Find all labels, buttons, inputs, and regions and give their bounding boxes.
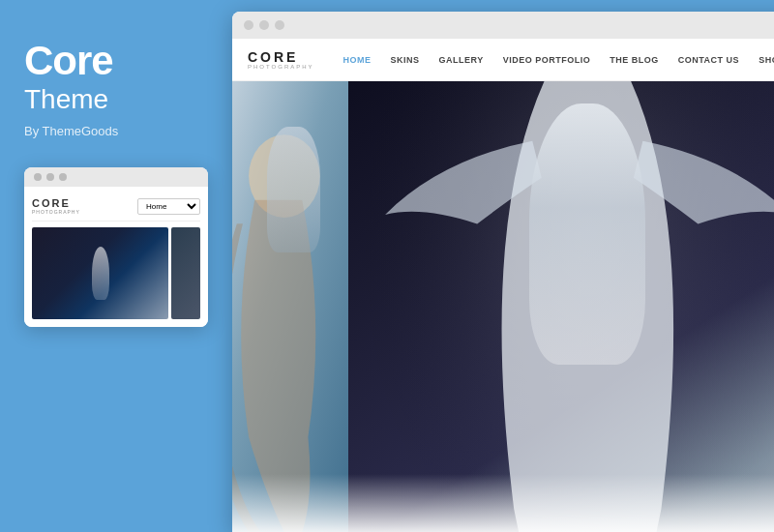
nav-link-gallery[interactable]: GALLERY [430,55,493,65]
mini-gallery-main-image [32,227,168,319]
nav-links: HOME SKINS GALLERY VIDEO PORTFOLIO THE B… [334,55,774,65]
mini-gallery-images [32,227,200,319]
nav-link-shortcodes[interactable]: SHORTCODES [749,55,774,65]
gallery-area [232,81,774,532]
nav-link-contact[interactable]: CONTACT US [669,55,749,65]
gallery-col-left [232,81,348,532]
mini-logo-sub: PHOTOGRAPHY [32,209,80,215]
website-logo-sub: PHOTOGRAPHY [248,64,314,70]
gallery-image-hero [348,81,774,532]
mini-dot-green [59,173,67,181]
gallery-image-hair [232,81,348,532]
main-content: CORE PHOTOGRAPHY HOME SKINS GALLERY VIDE… [232,0,774,532]
browser-dot-2 [259,20,269,30]
nav-link-skins[interactable]: SKINS [381,55,430,65]
theme-type: Theme [24,83,208,116]
mini-nav: CORE PHOTOGRAPHY Home [32,194,200,222]
theme-title: Core Theme By ThemeGoods [24,39,208,138]
mini-logo-text: CORE [32,198,80,209]
browser-dot-3 [275,20,284,30]
nav-link-home[interactable]: HOME [334,55,381,65]
mini-browser-content: CORE PHOTOGRAPHY Home [24,187,208,327]
mini-nav-select[interactable]: Home [137,198,200,215]
browser-titlebar [232,12,774,39]
website-logo: CORE PHOTOGRAPHY [248,50,314,70]
gallery-col-center [348,81,774,532]
nav-link-video[interactable]: VIDEO PORTFOLIO [493,55,601,65]
mini-dot-red [34,173,42,181]
mini-logo: CORE PHOTOGRAPHY [32,198,80,215]
browser-dot-1 [244,20,253,30]
browser-window: CORE PHOTOGRAPHY HOME SKINS GALLERY VIDE… [232,12,774,532]
mini-browser-preview: CORE PHOTOGRAPHY Home [24,167,208,327]
theme-name: Core [24,39,208,83]
website-nav: CORE PHOTOGRAPHY HOME SKINS GALLERY VIDE… [232,39,774,81]
website-logo-text: CORE [248,50,314,64]
theme-author: By ThemeGoods [24,124,208,138]
sidebar: Core Theme By ThemeGoods CORE PHOTOGRAPH… [0,0,232,532]
mini-browser-bar [24,167,208,187]
mini-dot-yellow [46,173,54,181]
mini-gallery-side-image [171,227,200,319]
nav-link-blog[interactable]: THE BLOG [600,55,669,65]
